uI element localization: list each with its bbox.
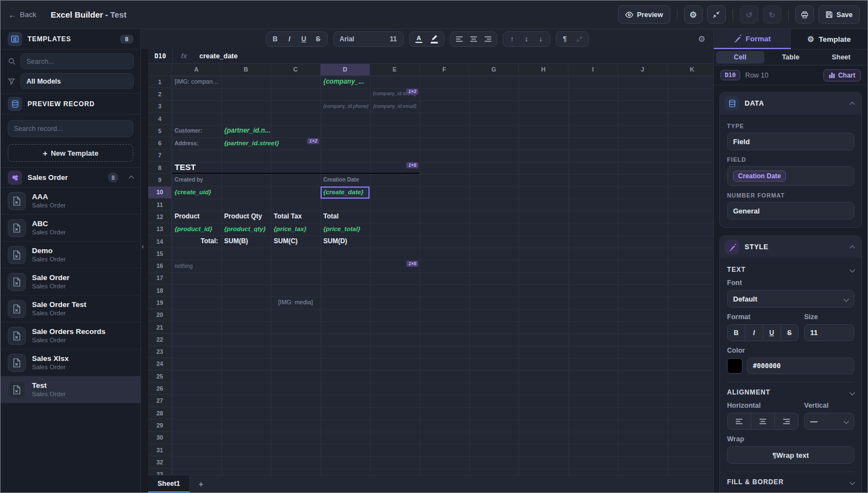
cell-reference[interactable]: D10 bbox=[148, 52, 172, 60]
row-header-14[interactable]: 14 bbox=[148, 235, 171, 248]
template-list-item[interactable]: Sale Order Test Sales Order bbox=[1, 295, 140, 322]
vertical-align-select[interactable]: — bbox=[804, 413, 854, 430]
chart-button[interactable]: Chart bbox=[823, 69, 861, 81]
row-header-31[interactable]: 31 bbox=[148, 444, 171, 456]
italic-button[interactable]: I bbox=[283, 33, 297, 45]
cell-C14[interactable]: SUM(C) bbox=[271, 235, 320, 248]
strikethrough-button[interactable]: S bbox=[781, 325, 798, 341]
italic-button[interactable]: I bbox=[745, 325, 763, 341]
font-select[interactable]: Default bbox=[727, 290, 854, 308]
sidebar-collapse-handle[interactable]: ‹ bbox=[142, 242, 144, 250]
cell-C19[interactable]: [IMG: media] bbox=[271, 297, 320, 309]
sheet-tab[interactable]: Sheet1 bbox=[148, 475, 190, 492]
sheet-settings-gear-icon[interactable]: ⚙ bbox=[698, 34, 706, 44]
cell-B5[interactable]: {partner_id.n... bbox=[221, 125, 270, 137]
formula-input[interactable]: create_date bbox=[195, 52, 238, 60]
cell-D10[interactable]: {create_date} bbox=[321, 187, 370, 199]
row-header-8[interactable]: 8 bbox=[148, 162, 171, 174]
align-right-button[interactable] bbox=[775, 413, 798, 429]
cell-C13[interactable]: {price_tax} bbox=[271, 223, 320, 235]
row-header-9[interactable]: 9 bbox=[148, 174, 171, 186]
column-header-D[interactable]: D bbox=[321, 64, 370, 75]
template-list-item[interactable]: AAA Sales Order bbox=[1, 188, 140, 215]
row-header-29[interactable]: 29 bbox=[148, 419, 171, 431]
column-header-C[interactable]: C bbox=[271, 64, 321, 75]
column-header-K[interactable]: K bbox=[668, 64, 713, 75]
font-family-select[interactable]: Arial bbox=[340, 35, 355, 43]
cell-B6[interactable]: {partner_id.street} bbox=[221, 138, 320, 150]
row-header-7[interactable]: 7 bbox=[148, 150, 171, 162]
back-button[interactable]: ← Back bbox=[8, 10, 36, 19]
size-input[interactable]: 11 bbox=[804, 324, 854, 341]
type-select[interactable]: Field bbox=[727, 133, 854, 150]
settings-button[interactable]: ⚙ bbox=[684, 6, 703, 24]
cell-A16[interactable]: nothing bbox=[172, 260, 419, 272]
undo-button[interactable]: ↺ bbox=[740, 6, 758, 24]
column-header-H[interactable]: H bbox=[519, 64, 568, 75]
template-search-input[interactable] bbox=[20, 53, 134, 69]
shrink-button[interactable] bbox=[572, 33, 587, 45]
row-header-19[interactable]: 19 bbox=[148, 297, 171, 309]
cell-E3[interactable]: {company_id.email} bbox=[370, 101, 419, 113]
tab-template[interactable]: ⚙ Template bbox=[791, 29, 868, 49]
row-header-17[interactable]: 17 bbox=[148, 272, 171, 284]
valign-top-button[interactable]: ↑ bbox=[505, 33, 519, 45]
row-header-10[interactable]: 10 bbox=[148, 187, 171, 199]
column-header-I[interactable]: I bbox=[568, 64, 618, 75]
valign-middle-button[interactable]: ↕ bbox=[519, 33, 534, 45]
font-group[interactable]: Arial 11 bbox=[333, 31, 404, 47]
model-group-header[interactable]: Sales Order 8 bbox=[1, 167, 140, 188]
row-header-20[interactable]: 20 bbox=[148, 309, 171, 321]
cell-A9[interactable]: Created by bbox=[172, 174, 221, 186]
data-section-header[interactable]: DATA bbox=[720, 92, 861, 114]
number-format-select[interactable]: General bbox=[727, 202, 854, 220]
bold-button[interactable]: B bbox=[268, 33, 283, 45]
row-header-25[interactable]: 25 bbox=[148, 370, 171, 382]
column-header-F[interactable]: F bbox=[420, 64, 469, 75]
row-header-22[interactable]: 22 bbox=[148, 333, 171, 346]
cells-layer[interactable]: [IMG: compan...{company_...{company_id.s… bbox=[172, 76, 713, 475]
column-header-G[interactable]: G bbox=[469, 64, 519, 75]
save-button[interactable]: Save bbox=[818, 6, 860, 24]
row-header-23[interactable]: 23 bbox=[148, 346, 171, 358]
cell-A8[interactable]: TEST bbox=[172, 162, 419, 174]
font-size-input[interactable]: 11 bbox=[390, 35, 397, 43]
template-list-item[interactable]: Sale Order Sales Order bbox=[1, 269, 140, 295]
column-header-J[interactable]: J bbox=[618, 64, 668, 75]
underline-button[interactable]: U bbox=[763, 325, 781, 341]
row-header-5[interactable]: 5 bbox=[148, 125, 171, 137]
row-header-28[interactable]: 28 bbox=[148, 407, 171, 419]
row-header-27[interactable]: 27 bbox=[148, 395, 171, 407]
fill-border-header[interactable]: FILL & BORDER bbox=[727, 478, 854, 486]
valign-bottom-button[interactable]: ↓ bbox=[534, 33, 548, 45]
row-header-4[interactable]: 4 bbox=[148, 113, 171, 125]
cell-D12[interactable]: Total bbox=[321, 211, 370, 223]
row-header-26[interactable]: 26 bbox=[148, 382, 171, 395]
fill-color-button[interactable] bbox=[427, 33, 442, 45]
field-select[interactable]: Creation Date bbox=[727, 166, 854, 186]
text-subsection-header[interactable]: TEXT bbox=[727, 266, 854, 273]
cell-D9[interactable]: Creation Date bbox=[321, 174, 370, 186]
text-color-swatch[interactable] bbox=[727, 358, 742, 374]
subtab-table[interactable]: Table bbox=[767, 51, 815, 64]
column-header-B[interactable]: B bbox=[221, 64, 271, 75]
template-list-item[interactable]: Test Sales Order bbox=[1, 376, 140, 403]
template-list-item[interactable]: Sales Xlsx Sales Order bbox=[1, 349, 140, 376]
subtab-cell[interactable]: Cell bbox=[716, 51, 764, 64]
template-list-item[interactable]: Demo Sales Order bbox=[1, 242, 140, 269]
align-left-button[interactable] bbox=[452, 33, 466, 45]
cell-D1[interactable]: {company_... bbox=[321, 76, 370, 88]
row-header-21[interactable]: 21 bbox=[148, 321, 171, 333]
text-color-hex-input[interactable]: #000000 bbox=[747, 358, 854, 374]
row-header-3[interactable]: 3 bbox=[148, 101, 171, 113]
cell-B13[interactable]: {product_qty} bbox=[221, 223, 270, 235]
new-template-button[interactable]: + New Template bbox=[8, 144, 133, 162]
cell-B14[interactable]: SUM(B) bbox=[221, 235, 270, 248]
row-header-13[interactable]: 13 bbox=[148, 223, 171, 235]
cell-D3[interactable]: {company_id.phone} bbox=[321, 101, 370, 113]
row-header-11[interactable]: 11 bbox=[148, 199, 171, 211]
column-header-E[interactable]: E bbox=[370, 64, 420, 75]
alignment-header[interactable]: ALIGNMENT bbox=[727, 388, 854, 396]
print-button[interactable] bbox=[795, 6, 814, 24]
wrap-text-button[interactable]: ¶Wrap text bbox=[727, 446, 854, 464]
